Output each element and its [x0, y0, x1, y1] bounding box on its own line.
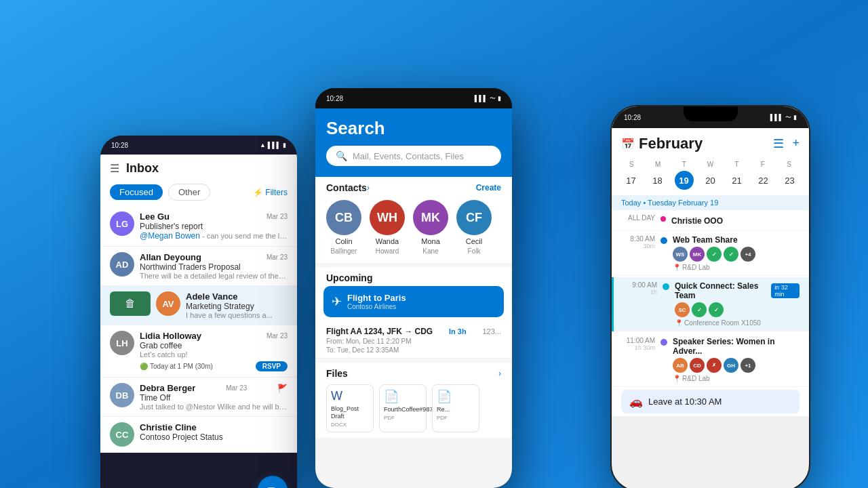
sender-name: Lee Gu: [140, 211, 170, 222]
flight-in-time: In 3h: [449, 327, 467, 336]
event-dot-purple: [660, 339, 667, 346]
sender-name: Adele Vance: [186, 291, 238, 302]
flag-icon: 🚩: [277, 384, 288, 393]
leave-card[interactable]: 🚗 Leave at 10:30 AM: [621, 390, 800, 413]
contacts-label: Contacts: [326, 182, 367, 193]
avatar-lidia: LH: [110, 331, 134, 355]
email-item-christie[interactable]: CC Christie Cline Contoso Project Status: [100, 417, 297, 453]
cal-date-18[interactable]: 18: [648, 171, 667, 190]
files-header: Files ›: [326, 368, 501, 379]
email-subject: Marketing Strategy: [186, 302, 288, 311]
upcoming-section: Upcoming ✈ Flight to Paris Contoso Airli…: [315, 267, 512, 359]
email-item-allan[interactable]: AD Allan Deyoung Mar 23 Northwind Trader…: [100, 247, 297, 286]
attendee-row: WS MK ✓ ✓ +4: [673, 247, 800, 262]
upcoming-header: Upcoming: [315, 267, 512, 286]
filters-button[interactable]: ⚡ Filters: [253, 188, 288, 197]
flight-to: To: Tue, Dec 12 3:35AM: [326, 346, 399, 354]
search-bar[interactable]: 🔍 Mail, Events, Contacts, Files: [326, 146, 501, 166]
event-time: 8:30 AM: [621, 235, 655, 243]
file-re[interactable]: 📄 Re... PDF: [432, 384, 479, 432]
flight-num: 123...: [482, 327, 501, 336]
inbox-title: Inbox: [126, 161, 288, 176]
phone-left-inbox: 10:28 ▲ ▌▌▌ ▮ ☰ Inbox Focused Other ⚡ Fi…: [100, 136, 297, 488]
event-christie-ooo[interactable]: ALL DAY Christie OOO: [612, 210, 809, 231]
file-coffee[interactable]: 📄 FourthCoffee#987 PDF: [379, 384, 427, 432]
files-label: Files: [326, 368, 348, 379]
contact-wanda[interactable]: WH Wanda Howard: [370, 200, 405, 255]
event-duration: 30m: [621, 243, 655, 249]
email-item-lee-gu[interactable]: LG Lee Gu Mar 23 Publisher's report @Meg…: [100, 206, 297, 247]
add-event-button[interactable]: +: [792, 136, 800, 151]
event-title: Quick Connect: Sales Team: [675, 281, 768, 300]
event-speaker-series[interactable]: 11:00 AM 1h 30m Speaker Series: Women in…: [612, 333, 809, 387]
email-item-adele[interactable]: 🗑 AV Adele Vance Marketing Strategy I ha…: [100, 286, 297, 325]
in32-badge: in 32 min: [771, 283, 800, 298]
menu-icon[interactable]: ☰: [110, 162, 119, 175]
inbox-tabs: Focused Other ⚡ Filters: [100, 181, 297, 206]
tab-other[interactable]: Other: [168, 184, 211, 201]
contact-mona[interactable]: MK Mona Kane: [413, 200, 448, 255]
files-section: Files › W Blog_Post Draft DOCX 📄 FourthC…: [315, 363, 512, 438]
contact-cecil[interactable]: CF Cecil Folk: [456, 200, 492, 255]
filters-label: Filters: [265, 188, 288, 197]
cal-date-20[interactable]: 20: [701, 171, 720, 190]
search-body: Contacts › Create CB Colin Ballinger WH …: [315, 177, 512, 488]
flight-airline: Contoso Airlines: [347, 303, 406, 310]
trash-icon: 🗑: [125, 298, 136, 310]
rsvp-button[interactable]: RSVP: [256, 361, 288, 371]
pdf-icon2: 📄: [437, 389, 452, 404]
avatar-wanda: WH: [370, 200, 405, 235]
battery-icon: ▮: [283, 142, 286, 148]
email-item-debra[interactable]: DB Debra Berger Mar 23 🚩 Time Off Just t…: [100, 378, 297, 417]
status-bar-right: 10:28 ▌▌▌ 〜 ▮: [612, 106, 809, 128]
calendar-month: February: [639, 135, 703, 152]
status-bar-center: 10:28 ▌▌▌ 〜 ▮: [315, 88, 512, 108]
leave-label: Leave at 10:30 AM: [648, 396, 722, 407]
battery-icon: ▮: [498, 95, 501, 102]
wifi-icon: ▲: [260, 142, 266, 148]
flight-card[interactable]: ✈ Flight to Paris Contoso Airlines: [323, 286, 504, 317]
email-preview: Let's catch up!: [140, 350, 288, 359]
calendar-grid: S M T W T F S 17 18 19 20 21 22 23: [612, 158, 809, 195]
car-icon: 🚗: [629, 395, 643, 408]
create-button[interactable]: Create: [476, 183, 501, 192]
location-icon: 📍: [673, 264, 681, 271]
files-chevron: ›: [498, 369, 501, 378]
email-item-lidia[interactable]: LH Lidia Holloway Mar 23 Grab coffee Let…: [100, 325, 297, 378]
cal-date-22[interactable]: 22: [754, 171, 773, 190]
tab-focused[interactable]: Focused: [110, 184, 163, 200]
search-icon: 🔍: [336, 150, 347, 161]
compose-button[interactable]: ✏: [258, 476, 288, 488]
wifi-right: 〜: [785, 113, 791, 122]
event-time: 11:00 AM: [621, 337, 655, 344]
cal-date-19-today[interactable]: 19: [675, 171, 694, 190]
files-row: W Blog_Post Draft DOCX 📄 FourthCoffee#98…: [326, 384, 501, 432]
search-title: Search: [326, 118, 501, 139]
cal-date-23[interactable]: 23: [781, 171, 800, 190]
search-placeholder: Mail, Events, Contacts, Files: [353, 151, 464, 161]
cal-date-17[interactable]: 17: [622, 171, 641, 190]
list-view-button[interactable]: ☰: [773, 136, 784, 151]
avatar-adele: AV: [156, 291, 180, 316]
cal-date-21[interactable]: 21: [728, 171, 747, 190]
email-preview: Just talked to @Nestor Wilke and he will…: [140, 403, 288, 411]
today-label: Today • Tuesday February 19: [621, 199, 718, 207]
event-quick-connect[interactable]: 9:00 AM 1h Quick Connect: Sales Team in …: [614, 277, 809, 331]
signal-icon: ▌▌▌: [268, 142, 281, 148]
flight-details: Flight AA 1234, JFK → CDG In 3h 123... F…: [315, 323, 512, 359]
delete-action[interactable]: 🗑: [110, 291, 151, 316]
sender-name: Debra Berger: [140, 383, 195, 393]
phone-right-calendar: 10:28 ▌▌▌ 〜 ▮ 📅 February ☰ + S M T W T F…: [610, 105, 810, 488]
meeting-time: 🟢 Today at 1 PM (30m): [140, 363, 213, 370]
flight-from: From: Mon, Dec 11 2:20 PM: [326, 338, 412, 345]
event-time: 9:00 AM: [623, 281, 657, 289]
iphone-notch: [684, 106, 738, 121]
contact-colin[interactable]: CB Colin Ballinger: [326, 200, 361, 255]
calendar-header: 📅 February ☰ +: [612, 128, 809, 158]
event-web-team[interactable]: 8:30 AM 30m Web Team Share WS MK ✓ ✓ +4 …: [612, 231, 809, 276]
sender-name: Lidia Holloway: [140, 331, 201, 341]
contacts-row: CB Colin Ballinger WH Wanda Howard MK Mo…: [315, 196, 512, 263]
email-list: LG Lee Gu Mar 23 Publisher's report @Meg…: [100, 206, 297, 453]
file-blog[interactable]: W Blog_Post Draft DOCX: [326, 384, 374, 432]
attendee-row: SC ✓ ✓: [675, 302, 800, 317]
